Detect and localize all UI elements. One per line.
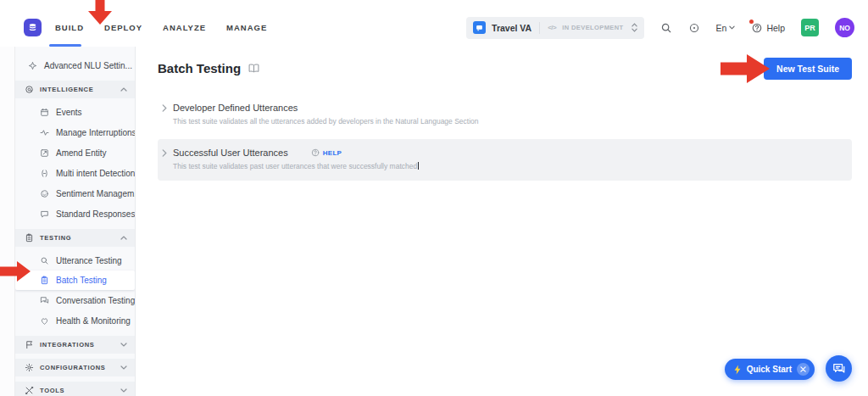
suite-description: This test suite validates all the uttera… (173, 117, 479, 125)
responses-icon (40, 209, 49, 219)
help-button[interactable]: Help (751, 22, 785, 34)
active-tab-underline (49, 44, 81, 47)
version-stepper-icon[interactable] (632, 23, 637, 32)
sidebar-section-testing[interactable]: TESTING (15, 229, 135, 247)
amend-entity-icon (40, 148, 49, 158)
book-icon[interactable] (248, 63, 260, 74)
sidebar-section-label: TOOLS (40, 387, 64, 394)
magnifier-icon (40, 256, 49, 265)
sidebar-item-advanced-nlu-settings[interactable]: Advanced NLU Settin... (15, 55, 135, 75)
nav-analyze[interactable]: ANALYZE (163, 23, 206, 32)
nav-manage[interactable]: MANAGE (226, 23, 267, 32)
content-area: Advanced NLU Settin... INTELLIGENCE Even… (0, 47, 868, 396)
divider (539, 22, 540, 34)
interruptions-icon (40, 128, 49, 137)
sidebar-item-label: Multi intent Detection (56, 169, 135, 178)
user-avatar[interactable]: NO (835, 18, 854, 37)
sidebar-item-events[interactable]: Events (15, 102, 135, 122)
sidebar-item-conversation-testing[interactable]: Conversation Testing (15, 290, 135, 310)
calendar-icon (40, 108, 49, 117)
kore-logo-icon[interactable] (24, 19, 42, 36)
integrations-flag-icon (25, 340, 34, 349)
sidebar-section-configurations[interactable]: CONFIGURATIONS (15, 359, 135, 376)
main-nav: BUILD DEPLOY ANALYZE MANAGE (55, 23, 267, 32)
tools-icon (25, 386, 34, 395)
sidebar-section-label: CONFIGURATIONS (40, 364, 106, 371)
sidebar-section-tools[interactable]: TOOLS (15, 382, 135, 396)
conversation-icon (40, 296, 49, 305)
close-icon[interactable] (797, 363, 810, 376)
suite-row-successful-user[interactable]: Successful User Utterances HELP This tes… (158, 139, 852, 181)
sidebar-section-label: INTEGRATIONS (40, 341, 95, 349)
sentiment-icon (40, 189, 49, 198)
health-heart-icon (40, 316, 49, 326)
suite-description: This test suite validates past user utte… (173, 162, 417, 170)
sidebar-item-sentiment-management[interactable]: Sentiment Managem... (15, 183, 135, 204)
notification-dot (749, 20, 754, 24)
code-icon: </> (548, 24, 556, 31)
chevron-down-icon (120, 343, 127, 347)
question-circle-icon (311, 148, 320, 157)
sidebar-item-label: Events (56, 108, 82, 117)
help-label: Help (766, 23, 785, 33)
chevron-right-icon[interactable] (162, 149, 167, 170)
help-circle-icon (751, 22, 763, 34)
lightning-icon (733, 365, 742, 375)
chevron-down-icon (120, 388, 127, 393)
clipboard-icon (25, 233, 34, 243)
sidebar-section-integrations[interactable]: INTEGRATIONS (15, 336, 135, 354)
suite-title: Successful User Utterances (173, 148, 288, 158)
quick-start-button[interactable]: Quick Start (725, 359, 815, 380)
sidebar-section-label: INTELLIGENCE (40, 86, 93, 93)
sidebar-item-label: Health & Monitoring (56, 316, 131, 326)
pr-badge[interactable]: PR (801, 19, 819, 36)
language-label: En (716, 23, 727, 33)
sidebar-item-standard-responses[interactable]: Standard Responses (15, 204, 135, 224)
chat-bubble-icon (832, 362, 846, 375)
suite-row-body: Successful User Utterances HELP This tes… (173, 148, 419, 170)
sidebar: Advanced NLU Settin... INTELLIGENCE Even… (15, 47, 136, 396)
sidebar-section-intelligence[interactable]: INTELLIGENCE (15, 81, 135, 98)
bot-selector[interactable]: Travel VA </> IN DEVELOPMENT (466, 17, 643, 39)
clipboard-icon (40, 276, 49, 285)
chat-widget-button[interactable] (826, 355, 852, 382)
quick-start-label: Quick Start (747, 365, 792, 374)
sidebar-item-label: Batch Testing (56, 276, 107, 285)
app-window: BUILD DEPLOY ANALYZE MANAGE Travel VA </… (0, 0, 868, 396)
nav-build[interactable]: BUILD (55, 23, 84, 32)
sidebar-item-batch-testing[interactable]: Batch Testing (15, 271, 135, 290)
bot-status-label: IN DEVELOPMENT (562, 24, 623, 31)
multi-intent-icon (40, 169, 49, 178)
header-right-cluster: Travel VA </> IN DEVELOPMENT En (466, 17, 854, 39)
left-rail (0, 47, 15, 396)
sidebar-item-multi-intent-detection[interactable]: Multi intent Detection (15, 163, 135, 183)
sidebar-item-label: Sentiment Managem... (56, 189, 136, 198)
main-panel: Batch Testing New Test Suite Developer D… (136, 47, 868, 396)
language-selector[interactable]: En (716, 23, 736, 33)
chevron-up-icon (120, 236, 127, 240)
new-test-suite-button[interactable]: New Test Suite (764, 58, 852, 80)
sidebar-item-health-monitoring[interactable]: Health & Monitoring (15, 310, 135, 331)
help-link[interactable]: HELP (311, 148, 342, 157)
intelligence-icon (25, 85, 34, 94)
sidebar-section-label: TESTING (40, 234, 71, 242)
sidebar-item-label: Advanced NLU Settin... (44, 61, 132, 70)
chevron-down-icon (729, 25, 735, 30)
target-icon[interactable] (688, 22, 700, 34)
chevron-right-icon[interactable] (162, 104, 167, 125)
sidebar-item-label: Utterance Testing (56, 256, 122, 265)
sidebar-item-manage-interruptions[interactable]: Manage Interruptions (15, 122, 135, 142)
nlu-sparkle-icon (28, 61, 37, 70)
sidebar-item-utterance-testing[interactable]: Utterance Testing (15, 250, 135, 271)
suite-row-developer-defined[interactable]: Developer Defined Utterances This test s… (158, 96, 852, 133)
sidebar-item-amend-entity[interactable]: Amend Entity (15, 142, 135, 163)
page-title: Batch Testing (158, 61, 241, 75)
help-link-label: HELP (323, 149, 342, 157)
gear-icon (25, 363, 34, 372)
sidebar-item-label: Conversation Testing (56, 296, 135, 305)
chevron-down-icon (120, 365, 127, 370)
nav-deploy[interactable]: DEPLOY (104, 23, 142, 32)
search-icon[interactable] (660, 22, 672, 34)
top-navbar: BUILD DEPLOY ANALYZE MANAGE Travel VA </… (0, 0, 868, 47)
bot-name: Travel VA (492, 23, 531, 33)
